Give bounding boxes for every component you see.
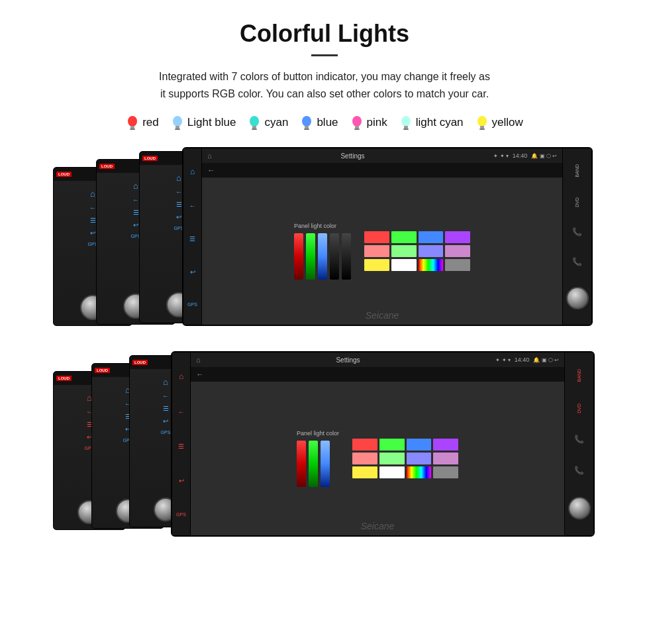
right-phone-icon[interactable]: 📞 xyxy=(572,227,582,237)
bar-dark1 xyxy=(330,233,339,280)
left-back-icon[interactable]: ← xyxy=(189,202,196,209)
status-icons-b2: 🔔 ▣ ⬡ ↩ xyxy=(533,357,559,363)
bar-red-b xyxy=(297,441,306,487)
screen-home-icon: ⌂ xyxy=(207,152,212,160)
right-knob-top[interactable] xyxy=(566,287,589,309)
color-label-lightblue: Light blue xyxy=(187,116,236,129)
color-item-yellow: yellow xyxy=(475,114,523,131)
svg-rect-7 xyxy=(252,126,256,129)
settings-title-bottom: Settings xyxy=(205,356,492,364)
color-item-blue: blue xyxy=(300,114,338,131)
bar-dark2 xyxy=(342,233,351,280)
color-item-lightblue: Light blue xyxy=(171,114,236,131)
screen-back-arrow[interactable]: ← xyxy=(202,163,562,178)
swatch-b1[interactable] xyxy=(419,231,444,243)
b-swatch-r1[interactable] xyxy=(352,439,377,451)
status-icons-2: 🔔 ▣ ⬡ ↩ xyxy=(531,153,557,159)
status-icons: ✦ ✦ ▾ xyxy=(493,153,508,159)
color-label-pink: pink xyxy=(367,116,387,129)
swatch-p2[interactable] xyxy=(445,245,470,257)
panel-light-label-top: Panel light color xyxy=(294,223,351,229)
main-unit-bottom: ⌂ ← ☰ ↩ GPS ⌂ Settings ✦ ✦ ▾ 14:40 🔔 ▣ ⬡… xyxy=(171,351,595,537)
swatch-p1[interactable] xyxy=(445,231,470,243)
svg-rect-5 xyxy=(175,129,180,130)
color-label-cyan: cyan xyxy=(264,116,288,129)
left-home-icon[interactable]: ⌂ xyxy=(190,167,195,176)
swatch-g1[interactable] xyxy=(391,231,417,243)
color-label-yellow: yellow xyxy=(492,116,523,129)
b-swatch-rainbow[interactable] xyxy=(407,466,432,478)
swatch-r1[interactable] xyxy=(364,231,389,243)
bulb-icon-red xyxy=(126,114,139,131)
swatch-rainbow[interactable] xyxy=(419,259,444,271)
loud-badge-3: LOUD xyxy=(142,156,158,161)
svg-point-18 xyxy=(477,116,487,127)
swatch-gr1[interactable] xyxy=(445,259,470,271)
color-item-lightcyan: light cyan xyxy=(399,114,464,131)
screen-home-b: ⌂ xyxy=(196,356,201,364)
svg-rect-4 xyxy=(175,126,179,129)
b-swatch-gr1[interactable] xyxy=(433,466,458,478)
color-item-pink: pink xyxy=(350,114,387,131)
b-swatch-r2[interactable] xyxy=(352,453,377,464)
svg-rect-8 xyxy=(252,129,257,130)
loud-badge-2: LOUD xyxy=(99,164,115,169)
panel-light-label-bottom: Panel light color xyxy=(297,430,339,437)
page-description: Integrated with 7 colors of button indic… xyxy=(26,68,623,102)
screen-back-arrow-b[interactable]: ← xyxy=(191,367,564,382)
svg-point-9 xyxy=(302,116,311,127)
swatch-g2[interactable] xyxy=(391,245,417,257)
status-icons-b: ✦ ✦ ▾ xyxy=(495,357,510,363)
watermark-bottom: Seicane xyxy=(361,521,395,531)
b-swatch-y1[interactable] xyxy=(352,466,377,478)
bar-green-b xyxy=(309,441,318,487)
title-divider xyxy=(311,54,338,56)
svg-rect-19 xyxy=(480,126,484,129)
swatch-y1[interactable] xyxy=(364,259,389,271)
bulb-icon-lightblue xyxy=(171,114,184,131)
swatch-w1[interactable] xyxy=(391,259,417,271)
left-gps-label[interactable]: GPS xyxy=(187,302,197,307)
right-band-label-b[interactable]: BAND xyxy=(577,369,581,382)
swatch-b2[interactable] xyxy=(419,245,444,257)
right-phone-icon-b[interactable]: 📞 xyxy=(574,435,584,444)
bl-return-icon[interactable]: ↩ xyxy=(179,477,184,484)
svg-rect-14 xyxy=(354,129,360,130)
bulb-icon-blue xyxy=(300,114,313,131)
left-return-icon[interactable]: ↩ xyxy=(190,268,195,276)
b-swatch-b1[interactable] xyxy=(407,439,432,451)
svg-rect-16 xyxy=(404,126,408,129)
b-swatch-g2[interactable] xyxy=(379,453,405,464)
right-band-label[interactable]: BAND xyxy=(575,164,579,177)
b-swatch-g1[interactable] xyxy=(379,439,405,451)
b-swatch-b2[interactable] xyxy=(407,453,432,464)
color-label-red: red xyxy=(142,116,159,129)
svg-rect-11 xyxy=(304,129,309,130)
b-swatch-p1[interactable] xyxy=(433,439,458,451)
svg-point-12 xyxy=(352,116,362,127)
right-endcall-icon-b[interactable]: 📞 xyxy=(574,466,584,475)
b-swatch-p2[interactable] xyxy=(433,453,458,464)
color-item-red: red xyxy=(126,114,159,131)
bl-home-icon[interactable]: ⌂ xyxy=(179,372,183,381)
bar-green xyxy=(306,233,315,280)
bar-red xyxy=(294,233,303,280)
left-menu-icon[interactable]: ☰ xyxy=(189,235,195,242)
main-unit-top: ⌂ ← ☰ ↩ GPS ⌂ Settings ✦ ✦ ▾ 14:40 🔔 ▣ ⬡… xyxy=(182,147,593,326)
right-endcall-icon[interactable]: 📞 xyxy=(572,257,582,266)
svg-point-0 xyxy=(128,116,137,127)
svg-point-3 xyxy=(173,116,182,127)
right-dvd-label[interactable]: DVD xyxy=(575,197,579,207)
top-panel-group: LOUD ⌂ ← ☰ ↩ GPS LOUD xyxy=(53,147,596,339)
swatch-r2[interactable] xyxy=(364,245,389,257)
svg-rect-17 xyxy=(403,129,409,130)
bl-menu-icon[interactable]: ☰ xyxy=(178,443,184,450)
right-dvd-label-b[interactable]: DVD xyxy=(577,403,581,413)
bl-back-icon[interactable]: ← xyxy=(178,408,185,415)
bl-gps-label[interactable]: GPS xyxy=(176,512,186,517)
status-time-top: 14:40 xyxy=(513,152,528,159)
settings-title-top: Settings xyxy=(216,152,490,160)
right-knob-bottom[interactable] xyxy=(568,497,591,519)
bottom-panel-group: LOUD ⌂ ← ☰ ↩ GPS LOUD ⌂ ← ☰ ↩ xyxy=(53,351,596,550)
b-swatch-w1[interactable] xyxy=(379,466,405,478)
